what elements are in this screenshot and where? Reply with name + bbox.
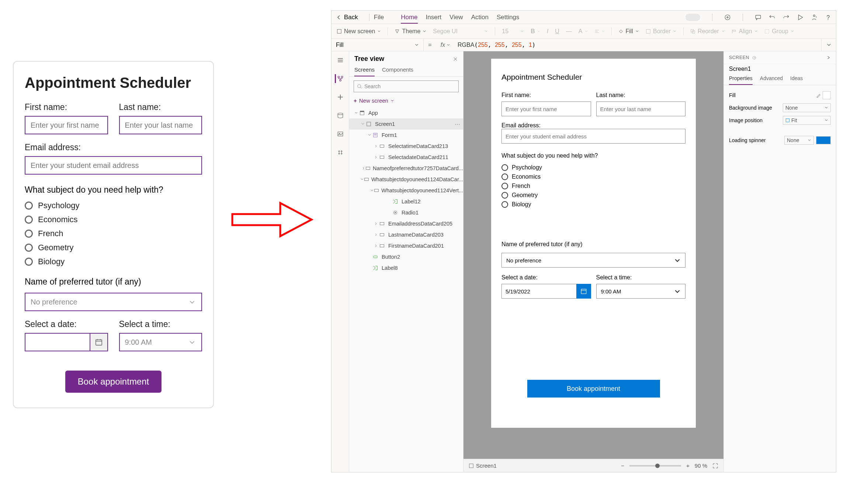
font-color-button[interactable]: A [579,28,588,35]
color-picker-icon[interactable] [816,93,821,98]
zoom-out-button[interactable]: − [621,462,624,469]
time-select[interactable] [119,333,202,351]
tree-node[interactable]: SelectatimeDataCard213 [349,141,463,152]
tutor-select[interactable] [25,293,202,311]
tree-node[interactable]: Button2 [349,251,463,262]
undo-icon[interactable] [769,14,775,21]
app-radio-option-geometry[interactable]: Geometry [501,192,685,199]
user-indicator[interactable] [685,14,700,21]
theme-button[interactable]: Theme [395,28,426,35]
zoom-slider[interactable] [629,465,681,467]
tree-node[interactable]: Nameofpreferredtutor7257DataCard... [349,163,463,174]
tab-ideas[interactable]: Ideas [790,75,803,85]
more-icon[interactable]: ⋯ [455,121,460,127]
tree-node[interactable]: Whatsubjectdoyouneed1124DataCar... [349,174,463,185]
border-button[interactable]: Border [646,28,677,35]
tree-node[interactable]: SelectadateDataCard211 [349,152,463,163]
tree-search-input[interactable]: Search [354,80,459,92]
help-icon[interactable]: ? [825,14,831,21]
formula-input[interactable]: RGBA(255, 255, 255, 1) [455,41,821,48]
tab-components[interactable]: Components [382,66,413,76]
new-screen-button[interactable]: New screen [337,28,381,35]
spinner-select[interactable]: None [784,136,814,145]
tree-node[interactable]: Label8 [349,262,463,273]
tree-view-icon[interactable] [335,74,344,83]
group-button[interactable]: Group [764,28,794,35]
zoom-in-button[interactable]: + [686,462,690,469]
app-time-select[interactable]: 9:00 AM [596,284,686,299]
calendar-button[interactable] [90,333,108,351]
tree-node[interactable]: Whatsubjectdoyouneed1124Vert... [349,185,463,196]
tree-node[interactable]: Radio1 [349,207,463,218]
strikethrough-button[interactable]: — [566,28,572,35]
radio-option-french[interactable]: French [25,229,202,238]
app-radio-option-economics[interactable]: Economics [501,173,685,180]
comments-icon[interactable] [755,14,761,21]
font-size-selector[interactable]: 15 [502,28,524,35]
menu-insert[interactable]: Insert [426,14,442,21]
insert-icon[interactable] [336,93,345,102]
menu-file[interactable]: File [374,14,384,21]
radio-option-biology[interactable]: Biology [25,257,202,266]
tree-node[interactable]: FirstnameDataCard201 [349,240,463,251]
app-radio-option-french[interactable]: French [501,183,685,189]
share-icon[interactable] [811,14,817,21]
property-selector[interactable]: Fill [331,39,424,51]
tree-node[interactable]: Screen1⋯ [349,118,463,130]
fit-screen-icon[interactable] [712,463,718,469]
bold-button[interactable]: B [531,28,540,35]
redo-icon[interactable] [783,14,789,21]
first-name-input[interactable] [25,116,108,134]
app-book-button[interactable]: Book appointment [527,380,660,398]
align-button[interactable]: Align [732,28,758,35]
font-selector[interactable]: Segoe UI [433,28,488,35]
fill-swatch[interactable] [823,91,831,99]
menu-action[interactable]: Action [471,14,489,21]
app-calendar-button[interactable] [576,284,591,299]
fill-button[interactable]: Fill [618,28,639,35]
tab-screens[interactable]: Screens [354,66,375,76]
media-icon[interactable] [336,130,345,138]
tree-new-screen-button[interactable]: + New screen [354,97,459,104]
tab-properties[interactable]: Properties [729,75,753,85]
tree-node[interactable]: Form1 [349,130,463,141]
app-email-input[interactable] [501,129,685,144]
underline-button[interactable]: U [555,28,559,35]
radio-option-geometry[interactable]: Geometry [25,243,202,252]
tree-node[interactable]: Label12 [349,196,463,207]
reorder-button[interactable]: Reorder [690,28,725,35]
close-icon[interactable] [453,56,458,62]
hamburger-icon[interactable] [336,56,345,65]
app-tutor-select[interactable]: No preference [501,253,685,268]
email-input[interactable] [25,156,202,175]
app-last-name-input[interactable] [596,102,686,116]
italic-button[interactable]: I [547,28,548,35]
text-align-button[interactable] [594,29,605,34]
app-canvas-screen[interactable]: Appointment Scheduler First name: Last n… [491,59,696,428]
tree-node[interactable]: App [349,107,463,118]
tools-icon[interactable] [336,148,345,157]
spinner-color-swatch[interactable] [816,136,831,144]
image-pos-select[interactable]: Fit [783,116,831,125]
menu-view[interactable]: View [449,14,463,21]
expand-formula-button[interactable] [821,39,836,51]
app-date-input[interactable]: 5/19/2022 [501,284,576,299]
book-appointment-button[interactable]: Book appointment [65,371,162,393]
tutor-value[interactable] [25,293,202,311]
tab-advanced[interactable]: Advanced [760,75,783,85]
menu-home[interactable]: Home [401,14,417,24]
radio-option-psychology[interactable]: Psychology [25,201,202,210]
app-first-name-input[interactable] [501,102,591,116]
data-icon[interactable] [336,111,345,120]
radio-option-economics[interactable]: Economics [25,215,202,224]
play-icon[interactable] [797,14,803,21]
app-radio-option-biology[interactable]: Biology [501,201,685,208]
app-radio-option-psychology[interactable]: Psychology [501,164,685,171]
health-check-icon[interactable] [724,14,731,21]
chevron-right-icon[interactable] [826,55,831,60]
bg-image-select[interactable]: None [783,103,831,112]
tree-node[interactable]: EmailaddressDataCard205 [349,218,463,229]
tree-node[interactable]: LastnameDataCard203 [349,229,463,240]
last-name-input[interactable] [119,116,202,134]
menu-settings[interactable]: Settings [497,14,519,21]
